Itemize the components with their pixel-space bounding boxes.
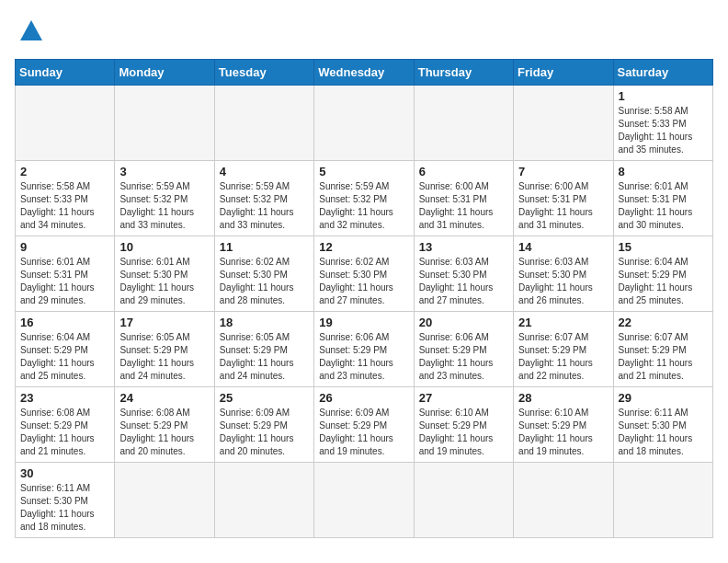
day-number: 25	[220, 391, 309, 405]
calendar-cell: 20Sunrise: 6:06 AM Sunset: 5:29 PM Dayli…	[414, 312, 513, 387]
calendar-cell: 25Sunrise: 6:09 AM Sunset: 5:29 PM Dayli…	[214, 387, 313, 463]
calendar-cell: 22Sunrise: 6:07 AM Sunset: 5:29 PM Dayli…	[613, 312, 712, 387]
day-number: 18	[220, 316, 309, 329]
cell-info: Sunrise: 5:58 AM Sunset: 5:33 PM Dayligh…	[20, 180, 109, 232]
cell-info: Sunrise: 5:58 AM Sunset: 5:33 PM Dayligh…	[619, 105, 708, 156]
header-wednesday: Wednesday	[314, 60, 414, 86]
calendar-header-row: SundayMondayTuesdayWednesdayThursdayFrid…	[16, 60, 713, 86]
calendar-cell: 26Sunrise: 6:09 AM Sunset: 5:29 PM Dayli…	[314, 387, 414, 463]
calendar-week-row: 2Sunrise: 5:58 AM Sunset: 5:33 PM Daylig…	[16, 161, 713, 236]
calendar-cell: 6Sunrise: 6:00 AM Sunset: 5:31 PM Daylig…	[414, 161, 513, 236]
calendar-cell: 16Sunrise: 6:04 AM Sunset: 5:29 PM Dayli…	[16, 312, 115, 387]
calendar-cell: 23Sunrise: 6:08 AM Sunset: 5:29 PM Dayli…	[16, 387, 115, 463]
cell-info: Sunrise: 6:00 AM Sunset: 5:31 PM Dayligh…	[518, 180, 608, 232]
calendar-week-row: 16Sunrise: 6:04 AM Sunset: 5:29 PM Dayli…	[16, 312, 713, 387]
page-header	[15, 15, 713, 48]
day-number: 23	[20, 391, 109, 405]
calendar-cell: 15Sunrise: 6:04 AM Sunset: 5:29 PM Dayli…	[613, 236, 712, 312]
calendar-cell	[414, 463, 513, 538]
calendar-cell	[414, 86, 513, 161]
calendar-cell: 1Sunrise: 5:58 AM Sunset: 5:33 PM Daylig…	[613, 86, 712, 161]
day-number: 4	[220, 165, 309, 178]
calendar-cell	[115, 86, 214, 161]
cell-info: Sunrise: 6:01 AM Sunset: 5:30 PM Dayligh…	[119, 256, 209, 307]
calendar-cell: 2Sunrise: 5:58 AM Sunset: 5:33 PM Daylig…	[16, 161, 115, 236]
cell-info: Sunrise: 6:10 AM Sunset: 5:29 PM Dayligh…	[419, 407, 508, 458]
calendar-cell: 10Sunrise: 6:01 AM Sunset: 5:30 PM Dayli…	[115, 236, 214, 312]
cell-info: Sunrise: 6:00 AM Sunset: 5:31 PM Dayligh…	[419, 180, 508, 232]
day-number: 7	[518, 165, 608, 178]
day-number: 22	[619, 316, 708, 329]
cell-info: Sunrise: 6:10 AM Sunset: 5:29 PM Dayligh…	[518, 407, 608, 458]
calendar-cell: 5Sunrise: 5:59 AM Sunset: 5:32 PM Daylig…	[314, 161, 414, 236]
calendar-cell: 29Sunrise: 6:11 AM Sunset: 5:30 PM Dayli…	[613, 387, 712, 463]
calendar-cell: 3Sunrise: 5:59 AM Sunset: 5:32 PM Daylig…	[115, 161, 214, 236]
calendar-cell	[514, 463, 613, 538]
day-number: 19	[319, 316, 408, 329]
day-number: 16	[20, 316, 109, 329]
day-number: 6	[419, 165, 508, 178]
calendar-cell: 27Sunrise: 6:10 AM Sunset: 5:29 PM Dayli…	[414, 387, 513, 463]
calendar-cell: 21Sunrise: 6:07 AM Sunset: 5:29 PM Dayli…	[514, 312, 613, 387]
cell-info: Sunrise: 6:05 AM Sunset: 5:29 PM Dayligh…	[220, 331, 309, 383]
cell-info: Sunrise: 6:02 AM Sunset: 5:30 PM Dayligh…	[220, 256, 309, 307]
day-number: 20	[419, 316, 508, 329]
cell-info: Sunrise: 5:59 AM Sunset: 5:32 PM Dayligh…	[119, 180, 209, 232]
calendar-cell: 12Sunrise: 6:02 AM Sunset: 5:30 PM Dayli…	[314, 236, 414, 312]
calendar-cell: 30Sunrise: 6:11 AM Sunset: 5:30 PM Dayli…	[16, 463, 115, 538]
day-number: 5	[319, 165, 408, 178]
header-thursday: Thursday	[414, 60, 513, 86]
day-number: 1	[619, 89, 708, 103]
calendar-cell: 11Sunrise: 6:02 AM Sunset: 5:30 PM Dayli…	[214, 236, 313, 312]
cell-info: Sunrise: 6:08 AM Sunset: 5:29 PM Dayligh…	[119, 407, 209, 458]
svg-rect-1	[28, 29, 35, 40]
calendar-cell: 18Sunrise: 6:05 AM Sunset: 5:29 PM Dayli…	[214, 312, 313, 387]
cell-info: Sunrise: 6:03 AM Sunset: 5:30 PM Dayligh…	[518, 256, 608, 307]
calendar-cell	[16, 86, 115, 161]
calendar-cell: 9Sunrise: 6:01 AM Sunset: 5:31 PM Daylig…	[16, 236, 115, 312]
header-friday: Friday	[514, 60, 613, 86]
calendar-cell	[314, 463, 414, 538]
calendar-week-row: 1Sunrise: 5:58 AM Sunset: 5:33 PM Daylig…	[16, 86, 713, 161]
cell-info: Sunrise: 6:07 AM Sunset: 5:29 PM Dayligh…	[518, 331, 608, 383]
cell-info: Sunrise: 6:11 AM Sunset: 5:30 PM Dayligh…	[619, 407, 708, 458]
header-tuesday: Tuesday	[214, 60, 313, 86]
calendar-cell: 14Sunrise: 6:03 AM Sunset: 5:30 PM Dayli…	[514, 236, 613, 312]
header-monday: Monday	[115, 60, 214, 86]
cell-info: Sunrise: 6:06 AM Sunset: 5:29 PM Dayligh…	[319, 331, 408, 383]
calendar-cell: 4Sunrise: 5:59 AM Sunset: 5:32 PM Daylig…	[214, 161, 313, 236]
calendar-cell: 24Sunrise: 6:08 AM Sunset: 5:29 PM Dayli…	[115, 387, 214, 463]
day-number: 8	[619, 165, 708, 178]
day-number: 30	[20, 466, 109, 480]
calendar-week-row: 30Sunrise: 6:11 AM Sunset: 5:30 PM Dayli…	[16, 463, 713, 538]
cell-info: Sunrise: 5:59 AM Sunset: 5:32 PM Dayligh…	[319, 180, 408, 232]
day-number: 11	[220, 240, 309, 254]
logo-icon	[15, 15, 48, 48]
calendar-cell	[514, 86, 613, 161]
cell-info: Sunrise: 6:06 AM Sunset: 5:29 PM Dayligh…	[419, 331, 508, 383]
cell-info: Sunrise: 6:09 AM Sunset: 5:29 PM Dayligh…	[319, 407, 408, 458]
calendar-cell: 13Sunrise: 6:03 AM Sunset: 5:30 PM Dayli…	[414, 236, 513, 312]
calendar-cell: 28Sunrise: 6:10 AM Sunset: 5:29 PM Dayli…	[514, 387, 613, 463]
calendar-cell	[214, 86, 313, 161]
day-number: 13	[419, 240, 508, 254]
cell-info: Sunrise: 5:59 AM Sunset: 5:32 PM Dayligh…	[220, 180, 309, 232]
calendar-cell: 19Sunrise: 6:06 AM Sunset: 5:29 PM Dayli…	[314, 312, 414, 387]
cell-info: Sunrise: 6:05 AM Sunset: 5:29 PM Dayligh…	[119, 331, 209, 383]
day-number: 28	[518, 391, 608, 405]
cell-info: Sunrise: 6:09 AM Sunset: 5:29 PM Dayligh…	[220, 407, 309, 458]
day-number: 15	[619, 240, 708, 254]
cell-info: Sunrise: 6:07 AM Sunset: 5:29 PM Dayligh…	[619, 331, 708, 383]
day-number: 12	[319, 240, 408, 254]
calendar-cell: 8Sunrise: 6:01 AM Sunset: 5:31 PM Daylig…	[613, 161, 712, 236]
day-number: 2	[20, 165, 109, 178]
day-number: 3	[119, 165, 209, 178]
day-number: 17	[119, 316, 209, 329]
cell-info: Sunrise: 6:01 AM Sunset: 5:31 PM Dayligh…	[20, 256, 109, 307]
calendar-cell	[115, 463, 214, 538]
cell-info: Sunrise: 6:03 AM Sunset: 5:30 PM Dayligh…	[419, 256, 508, 307]
cell-info: Sunrise: 6:01 AM Sunset: 5:31 PM Dayligh…	[619, 180, 708, 232]
calendar-cell	[214, 463, 313, 538]
calendar-week-row: 9Sunrise: 6:01 AM Sunset: 5:31 PM Daylig…	[16, 236, 713, 312]
cell-info: Sunrise: 6:04 AM Sunset: 5:29 PM Dayligh…	[619, 256, 708, 307]
